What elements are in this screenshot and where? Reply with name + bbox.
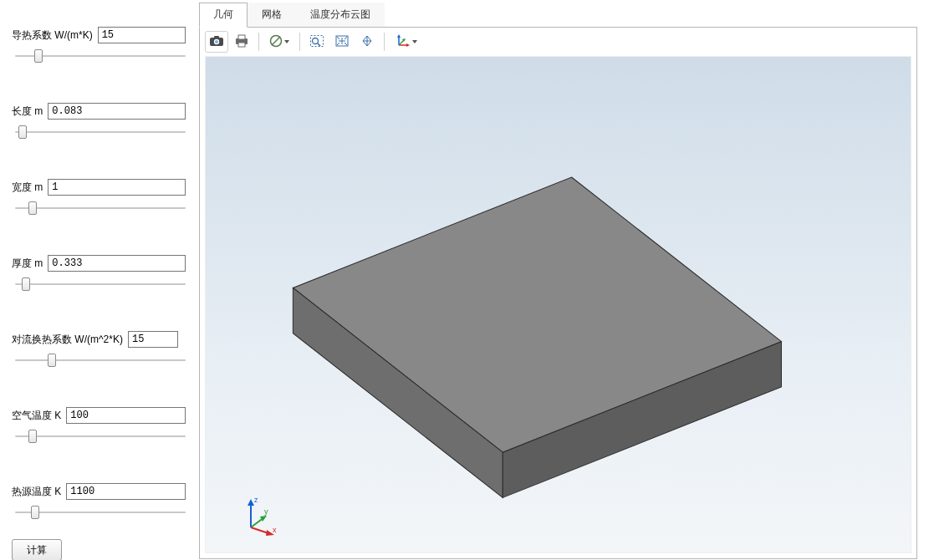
slider-length[interactable]: [15, 126, 186, 138]
compute-button[interactable]: 计算: [12, 539, 62, 560]
tab-bar: 几何 网格 温度分布云图: [199, 5, 917, 27]
svg-marker-17: [406, 43, 410, 47]
axis-orientation-dropdown[interactable]: [390, 31, 421, 53]
param-width: 宽度 m: [12, 179, 186, 216]
view-preset-dropdown[interactable]: [264, 31, 294, 53]
param-length: 长度 m: [12, 103, 186, 140]
input-thermal-conductivity[interactable]: [98, 27, 186, 43]
zoom-box-icon: [309, 34, 324, 50]
toolbar-separator: [299, 33, 300, 51]
slider-width[interactable]: [15, 202, 186, 214]
parameter-panel: 导热系数 W/(m*K) 长度 m 宽度 m: [0, 0, 194, 560]
input-convection[interactable]: [128, 331, 178, 348]
label-source-temp: 热源温度 K: [12, 485, 61, 499]
param-air-temp: 空气温度 K: [12, 407, 186, 445]
label-air-temp: 空气温度 K: [12, 409, 61, 423]
param-thermal-conductivity: 导热系数 W/(m*K): [12, 27, 186, 64]
label-length: 长度 m: [12, 104, 43, 119]
viewer-panel: 几何 网格 温度分布云图: [194, 0, 929, 560]
tab-geometry[interactable]: 几何: [199, 3, 248, 28]
compass-icon: [269, 34, 283, 50]
axis-z-label: z: [254, 496, 258, 504]
toolbar-separator: [258, 33, 259, 51]
svg-point-3: [215, 40, 218, 43]
svg-marker-16: [397, 34, 401, 38]
zoom-selection-button[interactable]: [355, 31, 379, 53]
param-thickness: 厚度 m: [12, 255, 186, 293]
axis-triad-icon: [394, 33, 411, 51]
app-root: 导热系数 W/(m*K) 长度 m 宽度 m: [0, 0, 929, 560]
axis-y-label: y: [264, 507, 268, 516]
slider-source-temp[interactable]: [15, 507, 186, 518]
model-slab: [206, 57, 911, 552]
camera-icon: [209, 34, 224, 50]
slider-thermal-conductivity[interactable]: [15, 50, 186, 62]
viewport-3d[interactable]: z y x: [205, 56, 911, 553]
tab-temp-plot[interactable]: 温度分布云图: [296, 3, 385, 27]
svg-rect-6: [238, 43, 245, 47]
input-source-temp[interactable]: [66, 483, 186, 500]
slider-convection[interactable]: [15, 354, 186, 366]
zoom-selection-icon: [360, 34, 375, 50]
param-source-temp: 热源温度 K: [12, 483, 186, 521]
axis-x-label: x: [273, 526, 277, 534]
label-thermal-conductivity: 导热系数 W/(m*K): [12, 28, 93, 43]
printer-icon: [234, 34, 249, 50]
zoom-extents-icon: [334, 34, 350, 50]
viewer-toolbar: [200, 28, 916, 56]
input-air-temp[interactable]: [66, 407, 186, 424]
tab-mesh[interactable]: 网格: [248, 3, 296, 27]
label-width: 宽度 m: [12, 181, 43, 195]
svg-line-11: [318, 43, 321, 46]
input-length[interactable]: [48, 103, 186, 120]
slider-air-temp[interactable]: [15, 430, 186, 442]
label-thickness: 厚度 m: [12, 257, 43, 271]
toolbar-separator: [384, 33, 385, 51]
slider-thickness[interactable]: [15, 278, 186, 290]
input-thickness[interactable]: [48, 255, 186, 272]
chevron-down-icon: [412, 40, 417, 43]
svg-rect-1: [214, 36, 219, 38]
input-width[interactable]: [48, 179, 186, 196]
svg-rect-5: [238, 35, 245, 39]
zoom-box-button[interactable]: [305, 31, 329, 53]
chevron-down-icon: [284, 40, 289, 43]
svg-line-8: [272, 37, 280, 45]
snapshot-button[interactable]: [205, 31, 228, 53]
svg-point-10: [313, 38, 319, 43]
zoom-extents-button[interactable]: [330, 31, 354, 53]
print-button[interactable]: [230, 31, 253, 53]
svg-marker-23: [248, 499, 254, 506]
label-convection: 对流换热系数 W/(m^2*K): [12, 333, 123, 347]
viewer-frame: z y x: [199, 27, 917, 559]
param-convection: 对流换热系数 W/(m^2*K): [12, 331, 186, 369]
axis-triad: z y x: [239, 494, 281, 536]
